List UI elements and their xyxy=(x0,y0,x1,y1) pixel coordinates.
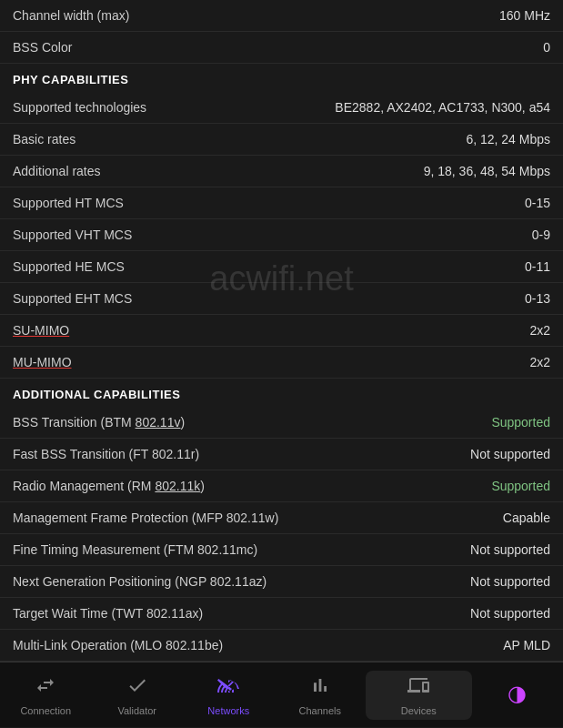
value-additional-rates: 9, 18, 36, 48, 54 Mbps xyxy=(424,164,550,178)
row-twt: Target Wait Time (TWT 802.11ax) Not supp… xyxy=(0,598,563,630)
nav-devices-label: Devices xyxy=(401,705,437,716)
value-bss-transition: Supported xyxy=(491,415,550,430)
label-supported-tech: Supported technologies xyxy=(13,100,335,115)
row-su-mimo: SU-MIMO 2x2 xyxy=(0,315,563,347)
row-vht-mcs: Supported VHT MCS 0-9 xyxy=(0,219,563,251)
row-ngp: Next Generation Positioning (NGP 802.11a… xyxy=(0,566,563,598)
label-mlo: Multi-Link Operation (MLO 802.11be) xyxy=(13,638,503,652)
nav-validator-label: Validator xyxy=(117,705,156,716)
validator-icon xyxy=(126,674,148,702)
label-vht-mcs: Supported VHT MCS xyxy=(13,228,532,242)
label-he-mcs: Supported HE MCS xyxy=(13,259,525,274)
label-additional-rates: Additional rates xyxy=(13,164,424,178)
label-mfp: Management Frame Protection (MFP 802.11w… xyxy=(13,511,503,525)
row-channel-width: Channel width (max) 160 MHz xyxy=(0,0,563,32)
nav-devices[interactable]: Devices xyxy=(366,671,472,720)
value-ftm: Not supported xyxy=(470,542,550,557)
nav-more[interactable]: ◑ xyxy=(472,681,564,710)
nav-connection-label: Connection xyxy=(20,705,71,716)
label-bss-transition: BSS Transition (BTM 802.11v) xyxy=(13,415,491,430)
value-fast-bss: Not supported xyxy=(470,447,550,461)
row-ht-mcs: Supported HT MCS 0-15 xyxy=(0,187,563,219)
row-supported-tech: Supported technologies BE2882, AX2402, A… xyxy=(0,92,563,124)
label-ngp: Next Generation Positioning (NGP 802.11a… xyxy=(13,574,470,589)
row-basic-rates: Basic rates 6, 12, 24 Mbps xyxy=(0,124,563,156)
value-vht-mcs: 0-9 xyxy=(532,228,550,242)
nav-networks-label: Networks xyxy=(207,705,249,716)
value-bss-color: 0 xyxy=(543,40,550,55)
section-additional: ADDITIONAL CAPABILITIES xyxy=(0,379,563,407)
value-basic-rates: 6, 12, 24 Mbps xyxy=(466,132,550,147)
label-radio-mgmt: Radio Management (RM 802.11k) xyxy=(13,479,491,493)
row-he-mcs: Supported HE MCS 0-11 xyxy=(0,251,563,283)
label-bss-color: BSS Color xyxy=(13,40,543,55)
label-basic-rates: Basic rates xyxy=(13,132,466,147)
row-fast-bss: Fast BSS Transition (FT 802.11r) Not sup… xyxy=(0,439,563,470)
nav-channels-label: Channels xyxy=(299,705,341,716)
value-mlo: AP MLD xyxy=(503,638,550,652)
row-mu-mimo: MU-MIMO 2x2 xyxy=(0,347,563,379)
label-fast-bss: Fast BSS Transition (FT 802.11r) xyxy=(13,447,470,461)
value-su-mimo: 2x2 xyxy=(529,323,550,338)
value-he-mcs: 0-11 xyxy=(525,259,550,274)
value-ht-mcs: 0-15 xyxy=(525,196,550,210)
nav-connection[interactable]: Connection xyxy=(0,674,92,716)
bottom-nav: Connection Validator Networks Channels D… xyxy=(0,662,563,727)
section-phy: PHY CAPABILITIES xyxy=(0,64,563,92)
label-su-mimo: SU-MIMO xyxy=(13,323,529,338)
wifi-icon xyxy=(217,674,239,702)
connection-icon xyxy=(35,674,56,702)
row-bss-transition: BSS Transition (BTM 802.11v) Supported xyxy=(0,407,563,439)
nav-channels[interactable]: Channels xyxy=(275,674,367,716)
nav-validator[interactable]: Validator xyxy=(92,674,184,716)
label-channel-width: Channel width (max) xyxy=(13,8,499,23)
label-mu-mimo: MU-MIMO xyxy=(13,355,529,369)
row-additional-rates: Additional rates 9, 18, 36, 48, 54 Mbps xyxy=(0,156,563,187)
value-ngp: Not supported xyxy=(470,574,550,589)
row-radio-mgmt: Radio Management (RM 802.11k) Supported xyxy=(0,470,563,502)
row-mfp: Management Frame Protection (MFP 802.11w… xyxy=(0,502,563,534)
label-twt: Target Wait Time (TWT 802.11ax) xyxy=(13,606,470,621)
row-mlo: Multi-Link Operation (MLO 802.11be) AP M… xyxy=(0,630,563,662)
channels-icon xyxy=(309,674,331,702)
label-eht-mcs: Supported EHT MCS xyxy=(13,291,525,306)
value-mfp: Capable xyxy=(503,511,550,525)
value-supported-tech: BE2882, AX2402, AC1733, N300, a54 xyxy=(335,100,550,115)
value-twt: Not supported xyxy=(470,606,550,621)
row-ftm: Fine Timing Measurement (FTM 802.11mc) N… xyxy=(0,534,563,566)
nav-networks[interactable]: Networks xyxy=(183,674,275,716)
label-ht-mcs: Supported HT MCS xyxy=(13,196,525,210)
value-radio-mgmt: Supported xyxy=(491,479,550,493)
main-content: Channel width (max) 160 MHz BSS Color 0 … xyxy=(0,0,563,662)
value-mu-mimo: 2x2 xyxy=(529,355,550,369)
row-eht-mcs: Supported EHT MCS 0-13 xyxy=(0,283,563,315)
label-ftm: Fine Timing Measurement (FTM 802.11mc) xyxy=(13,542,470,557)
more-icon: ◑ xyxy=(508,681,527,706)
value-channel-width: 160 MHz xyxy=(499,8,550,23)
value-eht-mcs: 0-13 xyxy=(525,291,550,306)
devices-icon xyxy=(407,674,429,702)
row-bss-color: BSS Color 0 xyxy=(0,32,563,64)
